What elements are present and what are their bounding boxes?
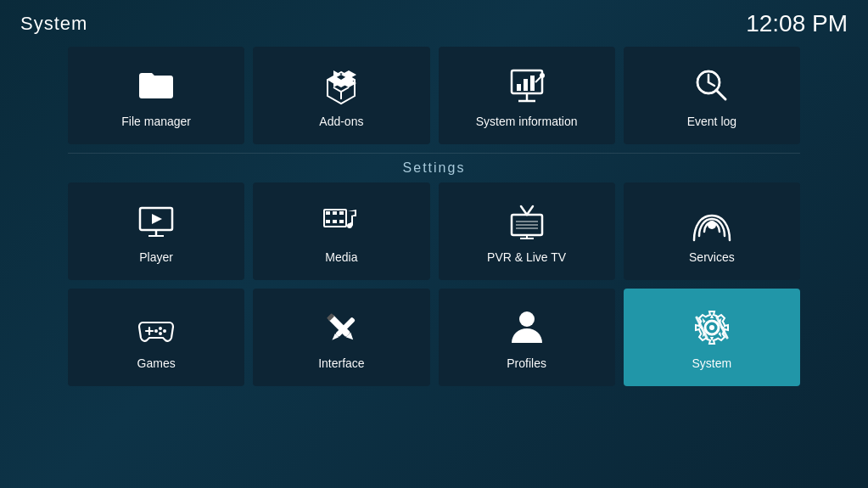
folder-icon bbox=[134, 64, 178, 108]
tile-event-log[interactable]: Event log bbox=[624, 47, 800, 144]
settings-row-2: Games Interface bbox=[68, 289, 800, 386]
tile-file-manager[interactable]: File manager bbox=[68, 47, 244, 144]
tile-services-label: Services bbox=[689, 250, 735, 264]
svg-point-47 bbox=[709, 325, 714, 330]
tile-games-label: Games bbox=[137, 356, 176, 370]
svg-rect-22 bbox=[333, 220, 337, 223]
svg-rect-5 bbox=[530, 76, 535, 91]
tile-event-log-label: Event log bbox=[687, 115, 736, 128]
tile-profiles[interactable]: Profiles bbox=[439, 289, 615, 386]
app-title: System bbox=[20, 13, 87, 35]
settings-row-1: Player Media bbox=[68, 182, 800, 280]
tile-services[interactable]: Services bbox=[624, 182, 800, 280]
divider-top bbox=[68, 153, 800, 154]
svg-rect-3 bbox=[517, 84, 521, 91]
svg-rect-20 bbox=[339, 211, 344, 215]
svg-point-37 bbox=[163, 329, 166, 333]
addons-icon bbox=[319, 64, 363, 108]
tile-system-information[interactable]: System information bbox=[439, 47, 615, 144]
svg-point-24 bbox=[347, 223, 352, 228]
player-icon bbox=[134, 199, 178, 244]
svg-rect-23 bbox=[339, 220, 344, 223]
tile-add-ons[interactable]: Add-ons bbox=[253, 47, 429, 144]
tile-system-information-label: System information bbox=[476, 115, 578, 128]
svg-line-27 bbox=[527, 206, 533, 215]
svg-line-6 bbox=[535, 77, 540, 82]
tile-add-ons-label: Add-ons bbox=[319, 115, 363, 128]
services-icon bbox=[690, 199, 734, 244]
svg-rect-21 bbox=[326, 220, 330, 223]
svg-point-45 bbox=[519, 311, 535, 327]
tile-media[interactable]: Media bbox=[253, 182, 429, 280]
tile-system-label: System bbox=[692, 356, 732, 370]
svg-line-10 bbox=[708, 82, 714, 86]
svg-point-38 bbox=[159, 332, 162, 335]
settings-section: Settings Player bbox=[0, 160, 868, 386]
tile-player[interactable]: Player bbox=[68, 182, 244, 280]
tile-file-manager-label: File manager bbox=[121, 115, 191, 128]
tile-interface-label: Interface bbox=[318, 356, 364, 370]
svg-point-7 bbox=[540, 73, 545, 78]
tile-system[interactable]: System bbox=[624, 289, 800, 386]
media-icon bbox=[319, 199, 363, 244]
svg-rect-18 bbox=[326, 211, 330, 215]
svg-point-36 bbox=[159, 327, 162, 330]
tile-media-label: Media bbox=[325, 250, 357, 264]
system-info-icon bbox=[505, 64, 549, 108]
interface-icon bbox=[319, 306, 363, 350]
tile-pvr-label: PVR & Live TV bbox=[487, 250, 566, 264]
event-log-icon bbox=[690, 64, 734, 108]
settings-label: Settings bbox=[68, 160, 800, 176]
svg-marker-16 bbox=[152, 214, 162, 224]
games-icon bbox=[134, 306, 178, 350]
clock: 12:08 PM bbox=[746, 10, 848, 37]
svg-line-26 bbox=[521, 206, 527, 215]
svg-rect-4 bbox=[524, 79, 528, 91]
svg-line-11 bbox=[716, 90, 725, 99]
top-bar: System 12:08 PM bbox=[0, 0, 868, 47]
tile-pvr-live-tv[interactable]: PVR & Live TV bbox=[439, 182, 615, 280]
profiles-icon bbox=[505, 306, 549, 350]
svg-point-39 bbox=[154, 329, 158, 333]
tile-interface[interactable]: Interface bbox=[253, 289, 429, 386]
tile-profiles-label: Profiles bbox=[507, 356, 546, 370]
pvr-icon bbox=[505, 199, 549, 244]
svg-rect-19 bbox=[333, 211, 337, 215]
system-icon bbox=[690, 306, 734, 350]
top-tiles-row: File manager Add-ons bbox=[0, 47, 868, 144]
tile-games[interactable]: Games bbox=[68, 289, 244, 386]
tile-player-label: Player bbox=[139, 250, 173, 264]
